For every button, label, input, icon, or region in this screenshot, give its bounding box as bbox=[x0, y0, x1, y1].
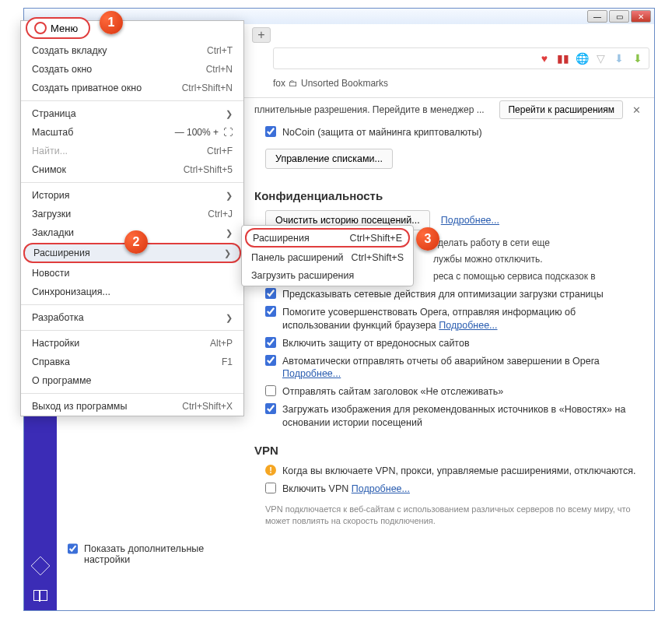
advanced-label: Показать дополнительные настройки bbox=[84, 543, 233, 565]
panels-icon[interactable] bbox=[33, 590, 47, 601]
dnt-label: Отправлять сайтам заголовок «Не отслежив… bbox=[282, 385, 643, 399]
improve-link[interactable]: Подробнее... bbox=[439, 320, 497, 331]
predict-checkbox[interactable] bbox=[265, 288, 276, 299]
dnt-checkbox[interactable] bbox=[265, 385, 276, 396]
newsimg-label: Загружать изображения для рекомендованны… bbox=[282, 403, 643, 430]
banner-text: плнительные разрешения. Перейдите в мене… bbox=[254, 104, 493, 115]
download-icon[interactable]: ⬇ bbox=[613, 52, 625, 65]
folder-icon: 🗀 bbox=[289, 78, 298, 89]
submenu-item-load[interactable]: Загрузить расширения bbox=[242, 266, 413, 284]
annotation-badge-3: 3 bbox=[416, 227, 439, 251]
vpn-warn-text: Когда вы включаете VPN, прокси, управляе… bbox=[282, 465, 643, 478]
menu-item-about[interactable]: О программе bbox=[21, 371, 243, 390]
bookmark-icon[interactable]: ▮▮ bbox=[557, 52, 569, 65]
vpn-checkbox[interactable] bbox=[265, 483, 276, 493]
desc-text-2: лужбы можно отключить. bbox=[433, 253, 643, 266]
address-bar[interactable]: ♥ ▮▮ 🌐 ▽ ⬇ ⬇ bbox=[273, 47, 649, 69]
nocoin-checkbox[interactable] bbox=[265, 126, 276, 137]
menu-button[interactable]: Меню bbox=[26, 17, 90, 39]
desc-text-1: сделать работу в сети еще bbox=[433, 237, 643, 250]
submenu-item-panel[interactable]: Панель расширенийCtrl+Shift+S bbox=[242, 248, 413, 266]
vpn-label: Включить VPN Подробнее... bbox=[282, 483, 643, 496]
menu-item-zoom[interactable]: Масштаб— 100% +⛶ bbox=[21, 123, 243, 142]
vpn-link[interactable]: Подробнее... bbox=[352, 483, 410, 494]
menu-item-new-private[interactable]: Создать приватное окноCtrl+Shift+N bbox=[21, 79, 243, 97]
menu-item-page[interactable]: Страница❯ bbox=[21, 104, 243, 123]
heart-icon[interactable]: ♥ bbox=[538, 52, 551, 65]
advanced-checkbox[interactable] bbox=[68, 543, 78, 554]
menu-item-sync[interactable]: Синхронизация... bbox=[21, 283, 243, 301]
newsimg-checkbox[interactable] bbox=[265, 403, 276, 414]
banner-close-button[interactable]: ✕ bbox=[629, 103, 643, 117]
extensions-submenu: РасширенияCtrl+Shift+E Панель расширений… bbox=[241, 225, 414, 286]
bookmarks-bar: fox 🗀 Unsorted Bookmarks bbox=[273, 74, 649, 93]
menu-item-exit[interactable]: Выход из программыCtrl+Shift+X bbox=[21, 397, 243, 416]
crash-checkbox[interactable] bbox=[265, 355, 276, 366]
manage-lists-button[interactable]: Управление списками... bbox=[265, 149, 393, 169]
menu-item-news[interactable]: Новости bbox=[21, 264, 243, 283]
menu-item-settings[interactable]: НастройкиAlt+P bbox=[21, 334, 243, 353]
menu-item-dev[interactable]: Разработка❯ bbox=[21, 308, 243, 327]
vpn-note: VPN подключается к веб-сайтам с использо… bbox=[265, 504, 643, 528]
malware-checkbox[interactable] bbox=[265, 337, 276, 348]
go-to-extensions-button[interactable]: Перейти к расширениям bbox=[499, 100, 623, 119]
predict-label: Предсказывать сетевые действия для оптим… bbox=[282, 288, 643, 301]
cube-icon[interactable] bbox=[31, 557, 51, 576]
menu-item-snapshot[interactable]: СнимокCtrl+Shift+5 bbox=[21, 160, 243, 179]
settings-panel: плнительные разрешения. Перейдите в мене… bbox=[243, 98, 654, 610]
menu-item-history[interactable]: История❯ bbox=[21, 186, 243, 205]
nocoin-label: NoCoin (защита от майнинга криптовалюты) bbox=[282, 126, 643, 139]
desc-text-3: реса с помощью сервиса подсказок в bbox=[433, 270, 643, 283]
opera-logo-icon bbox=[34, 22, 47, 34]
menu-item-new-window[interactable]: Создать окноCtrl+N bbox=[21, 60, 243, 79]
shield-icon[interactable]: ▽ bbox=[594, 52, 607, 65]
extensions-banner: плнительные разрешения. Перейдите в мене… bbox=[254, 98, 643, 121]
vpn-heading: VPN bbox=[254, 444, 643, 457]
menu-item-downloads[interactable]: ЗагрузкиCtrl+J bbox=[21, 205, 243, 223]
crash-label: Автоматически отправлять отчеты об авари… bbox=[282, 355, 643, 381]
menu-item-find[interactable]: Найти...Ctrl+F bbox=[21, 142, 243, 160]
malware-label: Включить защиту от вредоносных сайтов bbox=[282, 337, 643, 350]
learn-more-link[interactable]: Подробнее... bbox=[441, 215, 499, 226]
privacy-heading: Конфиденциальность bbox=[254, 189, 643, 202]
globe-icon[interactable]: 🌐 bbox=[576, 52, 588, 65]
annotation-badge-1: 1 bbox=[100, 11, 123, 34]
menu-item-help[interactable]: СправкаF1 bbox=[21, 353, 243, 371]
submenu-item-extensions[interactable]: РасширенияCtrl+Shift+E bbox=[245, 228, 410, 248]
menu-item-new-tab[interactable]: Создать вкладкуCtrl+T bbox=[21, 41, 243, 60]
crash-link[interactable]: Подробнее... bbox=[282, 368, 341, 379]
annotation-badge-2: 2 bbox=[124, 230, 148, 254]
close-button[interactable]: ✕ bbox=[631, 10, 651, 23]
warning-icon: ! bbox=[265, 465, 276, 476]
improve-checkbox[interactable] bbox=[265, 306, 276, 317]
improve-label: Помогите усовершенствовать Opera, отправ… bbox=[282, 306, 643, 332]
maximize-button[interactable]: ▭ bbox=[609, 10, 629, 23]
android-icon[interactable]: ⬇ bbox=[632, 52, 644, 65]
bookmark-item-fox[interactable]: fox bbox=[273, 78, 285, 89]
bookmark-item-unsorted[interactable]: Unsorted Bookmarks bbox=[301, 78, 388, 89]
new-tab-button[interactable]: + bbox=[252, 27, 271, 43]
minimize-button[interactable]: — bbox=[587, 10, 607, 23]
main-menu: Создать вкладкуCtrl+T Создать окноCtrl+N… bbox=[20, 20, 244, 416]
